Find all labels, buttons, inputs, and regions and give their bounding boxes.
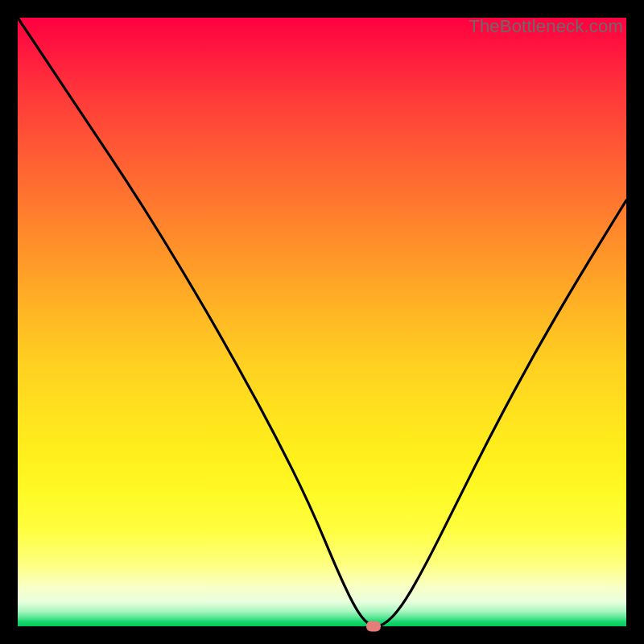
plot-area: TheBottleneck.com — [18, 18, 626, 626]
bottleneck-curve — [18, 18, 626, 626]
minimum-marker — [366, 621, 381, 632]
chart-frame: TheBottleneck.com — [0, 0, 644, 644]
